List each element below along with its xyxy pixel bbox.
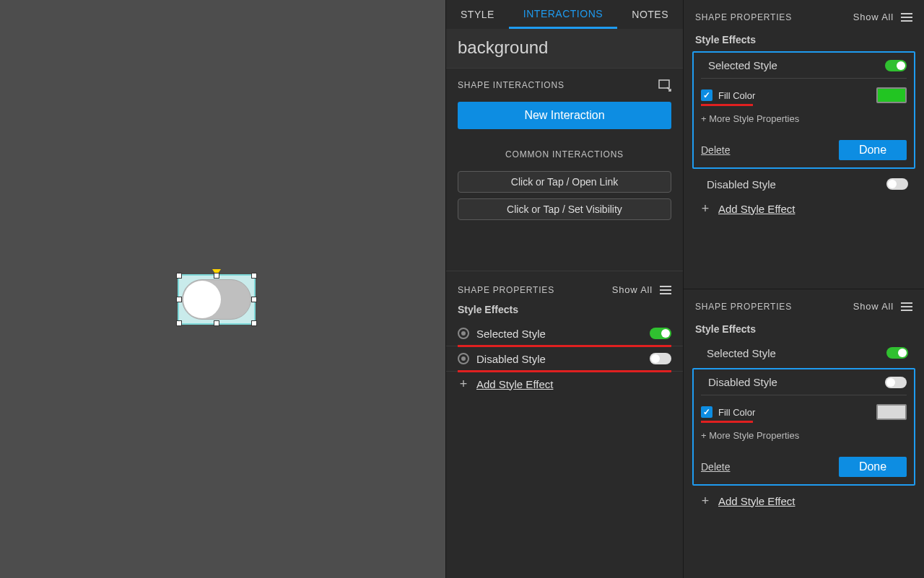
fill-color-row[interactable]: Fill Color (701, 404, 907, 420)
annotation-underline (701, 421, 753, 423)
selected-style-toggle[interactable] (885, 60, 907, 71)
tab-notes[interactable]: NOTES (617, 0, 683, 29)
disabled-style-editor: Disabled Style Fill Color + More Style P… (692, 368, 915, 486)
selected-style-label: Selected Style (476, 328, 642, 340)
add-style-effect-label: Add Style Effect (718, 203, 795, 215)
more-style-properties-link[interactable]: + More Style Properties (701, 113, 907, 124)
switch-track (182, 279, 251, 320)
resize-handle[interactable] (251, 273, 257, 279)
selected-style-row[interactable]: Selected Style (458, 321, 671, 346)
fill-color-swatch-grey[interactable] (876, 404, 907, 420)
menu-icon[interactable] (660, 286, 671, 294)
menu-icon[interactable] (901, 302, 912, 311)
selected-style-toggle[interactable] (650, 328, 671, 339)
fill-color-label: Fill Color (718, 90, 755, 101)
style-effects-label: Style Effects (458, 304, 671, 315)
disabled-style-row[interactable]: Disabled Style (692, 172, 915, 196)
fill-color-swatch-green[interactable] (876, 87, 907, 103)
delete-link[interactable]: Delete (701, 461, 730, 473)
selected-style-header-row[interactable]: Selected Style (701, 53, 907, 79)
detail-panel: SHAPE PROPERTIES Show All Style Effects … (684, 0, 924, 578)
selected-style-label: Selected Style (707, 347, 879, 359)
resize-handle[interactable] (214, 320, 219, 326)
tab-interactions[interactable]: INTERACTIONS (509, 0, 617, 29)
fill-color-label: Fill Color (718, 407, 755, 418)
add-style-effect-label: Add Style Effect (476, 378, 553, 390)
new-interaction-button[interactable]: New Interaction (458, 102, 671, 129)
target-icon (458, 328, 469, 339)
add-style-effect-label: Add Style Effect (718, 495, 795, 507)
plus-icon: + (699, 494, 711, 509)
done-button[interactable]: Done (839, 140, 907, 160)
disabled-style-label: Disabled Style (476, 353, 642, 365)
common-interaction-open-link[interactable]: Click or Tap / Open Link (458, 171, 671, 193)
add-style-effect-button[interactable]: + Add Style Effect (458, 372, 671, 396)
add-style-effect-button[interactable]: + Add Style Effect (692, 196, 915, 221)
annotation-underline (701, 104, 753, 106)
common-interactions-title: COMMON INTERACTIONS (458, 149, 671, 159)
selected-switch-widget[interactable] (178, 274, 256, 325)
plus-icon: + (458, 377, 469, 392)
fill-color-checkbox[interactable] (701, 89, 712, 101)
shape-properties-title: SHAPE PROPERTIES (458, 285, 554, 295)
disabled-style-label: Disabled Style (707, 178, 879, 191)
selected-style-label: Selected Style (708, 59, 878, 71)
target-icon (458, 353, 469, 364)
show-all-link[interactable]: Show All (853, 301, 894, 312)
selected-style-editor: Selected Style Fill Color + More Style P… (692, 51, 915, 169)
resize-handle[interactable] (176, 297, 182, 302)
object-name: background (446, 29, 683, 69)
tab-style[interactable]: STYLE (446, 0, 509, 29)
fill-color-checkbox[interactable] (701, 406, 712, 418)
shape-properties-title: SHAPE PROPERTIES (695, 302, 792, 312)
more-style-properties-link[interactable]: + More Style Properties (701, 430, 907, 441)
resize-handle[interactable] (176, 320, 182, 326)
menu-icon[interactable] (901, 13, 912, 22)
add-style-effect-button[interactable]: + Add Style Effect (692, 489, 915, 513)
selected-style-toggle[interactable] (886, 347, 908, 359)
disabled-style-toggle[interactable] (885, 377, 907, 388)
disabled-style-toggle[interactable] (650, 353, 671, 364)
resize-handle[interactable] (251, 320, 257, 326)
disabled-style-label: Disabled Style (708, 376, 878, 388)
resize-handle[interactable] (251, 297, 257, 302)
delete-link[interactable]: Delete (701, 144, 730, 156)
shape-properties-title: SHAPE PROPERTIES (695, 12, 792, 22)
inspector-tabs: STYLE INTERACTIONS NOTES (446, 0, 683, 29)
disabled-style-toggle[interactable] (886, 178, 908, 190)
presentation-icon[interactable] (658, 79, 671, 92)
show-all-link[interactable]: Show All (612, 284, 653, 295)
style-effects-label: Style Effects (692, 323, 915, 335)
canvas-area[interactable] (0, 0, 445, 578)
style-effects-label: Style Effects (692, 34, 915, 45)
show-all-link[interactable]: Show All (853, 12, 894, 22)
resize-handle[interactable] (176, 273, 182, 279)
svg-rect-0 (659, 80, 669, 88)
annotation-underline (458, 370, 671, 372)
inspector-panel: STYLE INTERACTIONS NOTES background SHAP… (445, 0, 684, 578)
disabled-style-header-row[interactable]: Disabled Style (701, 369, 907, 395)
plus-icon: + (699, 201, 711, 216)
fill-color-row[interactable]: Fill Color (701, 87, 907, 103)
switch-knob (183, 281, 221, 318)
common-interaction-set-visibility[interactable]: Click or Tap / Set Visibility (458, 198, 671, 220)
shape-interactions-title: SHAPE INTERACTIONS (458, 80, 565, 90)
disabled-style-row[interactable]: Disabled Style (458, 346, 671, 371)
resize-handle[interactable] (214, 273, 219, 279)
selected-style-row[interactable]: Selected Style (692, 341, 915, 365)
done-button[interactable]: Done (839, 457, 907, 477)
